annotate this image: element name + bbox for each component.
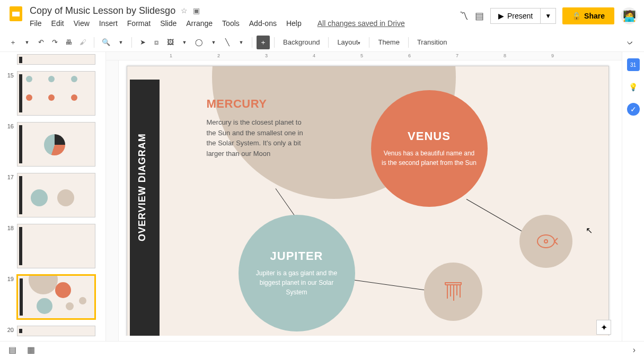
slide-thumb-15[interactable]: [17, 71, 95, 116]
thumb-number: 19: [4, 275, 14, 319]
menu-insert[interactable]: Insert: [99, 19, 118, 28]
slide-thumb-17[interactable]: [17, 173, 95, 217]
activity-icon[interactable]: 〽: [459, 11, 469, 22]
mercury-text[interactable]: MERCURY Mercury is the closest planet to…: [207, 97, 313, 159]
canvas-area[interactable]: 1 2 3 4 5 6 7 8 9 MERCURY Mercury is the…: [106, 52, 622, 341]
side-panel: 31 💡 ✓: [622, 52, 644, 341]
background-button[interactable]: Background: [279, 36, 324, 48]
thumb-number: 17: [4, 173, 14, 217]
svg-point-3: [544, 240, 548, 243]
slide-thumb-18[interactable]: [17, 224, 95, 268]
menu-addons[interactable]: Add-ons: [249, 19, 277, 28]
menu-tools[interactable]: Tools: [222, 19, 240, 28]
svg-rect-1: [12, 12, 20, 16]
menu-view[interactable]: View: [74, 19, 90, 28]
filmstrip-view-icon[interactable]: ▤: [6, 343, 19, 357]
menu-arrange[interactable]: Arrange: [186, 19, 213, 28]
share-label: Share: [584, 12, 605, 20]
thumb-number: 18: [4, 224, 14, 268]
comment-tool[interactable]: ＋: [257, 36, 270, 49]
calendar-icon[interactable]: 31: [627, 58, 640, 71]
jupiter-circle[interactable]: JUPITER Jupiter is a gas giant and the b…: [239, 215, 355, 331]
zoom-button[interactable]: 🔍: [99, 36, 113, 48]
shape-tool[interactable]: ◯: [192, 36, 206, 48]
new-slide-dropdown[interactable]: ▼: [21, 38, 33, 47]
collapse-toolbar-icon[interactable]: ᨆ: [623, 36, 638, 49]
menubar: File Edit View Insert Format Slide Arran…: [30, 19, 459, 28]
lock-icon: 🔒: [572, 12, 581, 20]
venus-title: VENUS: [408, 129, 451, 143]
tasks-icon[interactable]: ✓: [627, 103, 640, 116]
slide-thumb-20[interactable]: [17, 326, 95, 336]
thumb-number: 20: [4, 326, 14, 336]
footer: ▤ ▦ ›: [0, 341, 644, 358]
doc-title[interactable]: Copy of Music Lesson by Slidesgo: [30, 5, 175, 16]
toolbar: ＋ ▼ ↶ ↷ 🖶 🖌 🔍 ▼ ➤ ⧈ 🖼 ▼ ◯ ▼ ╲ ▼ ＋ Backgr…: [0, 33, 644, 52]
line-tool[interactable]: ╲: [221, 36, 234, 48]
drum-circle[interactable]: [519, 215, 572, 268]
folder-icon[interactable]: ▣: [193, 6, 200, 15]
menu-format[interactable]: Format: [127, 19, 151, 28]
present-dropdown[interactable]: ▼: [541, 8, 556, 24]
theme-button[interactable]: Theme: [374, 36, 403, 48]
filmstrip[interactable]: 15 16 17 18 19 20: [0, 52, 106, 341]
transition-button[interactable]: Transition: [413, 36, 452, 48]
avatar[interactable]: 🧑‍💻: [621, 7, 638, 24]
image-dropdown[interactable]: ▼: [178, 38, 191, 47]
explore-button[interactable]: ✦: [596, 320, 611, 335]
chimes-circle[interactable]: [424, 263, 482, 321]
paint-format-button[interactable]: 🖌: [76, 36, 90, 48]
mercury-desc: Mercury is the closest planet to the Sun…: [207, 117, 313, 159]
present-label: Present: [507, 12, 533, 20]
redo-button[interactable]: ↷: [48, 36, 61, 48]
play-icon: ▶: [498, 12, 504, 20]
image-tool[interactable]: 🖼: [164, 36, 177, 48]
present-button[interactable]: ▶ Present: [490, 8, 541, 24]
slide-thumb-19[interactable]: [17, 275, 95, 319]
layout-button[interactable]: Layout▾: [333, 36, 365, 48]
line-dropdown[interactable]: ▼: [235, 38, 248, 47]
slide-thumb-16[interactable]: [17, 122, 95, 167]
ruler-vertical: [106, 60, 119, 341]
slides-logo[interactable]: [6, 4, 25, 23]
jupiter-desc: Jupiter is a gas giant and the biggest p…: [249, 268, 345, 297]
save-status[interactable]: All changes saved in Drive: [317, 19, 405, 28]
new-slide-button[interactable]: ＋: [6, 36, 20, 49]
grid-view-icon[interactable]: ▦: [25, 343, 37, 357]
venus-circle[interactable]: VENUS Venus has a beautiful name and is …: [371, 90, 488, 207]
thumb-number: 15: [4, 71, 14, 116]
sidebar-title: OVERVIEW DIAGRAM: [137, 133, 148, 241]
shape-dropdown[interactable]: ▼: [207, 38, 220, 47]
menu-slide[interactable]: Slide: [160, 19, 177, 28]
textbox-tool[interactable]: ⧈: [150, 36, 163, 49]
slide-thumb-prev[interactable]: [17, 54, 95, 65]
undo-button[interactable]: ↶: [34, 36, 47, 48]
zoom-dropdown[interactable]: ▼: [114, 38, 127, 47]
ruler-horizontal: 1 2 3 4 5 6 7 8 9: [106, 52, 622, 60]
star-icon[interactable]: ☆: [181, 6, 188, 15]
select-tool[interactable]: ➤: [136, 36, 149, 48]
menu-edit[interactable]: Edit: [51, 19, 64, 28]
share-button[interactable]: 🔒 Share: [562, 7, 614, 24]
mercury-title: MERCURY: [207, 97, 313, 111]
slide-canvas[interactable]: MERCURY Mercury is the closest planet to…: [127, 66, 609, 336]
cursor-icon: ↖: [586, 225, 593, 235]
venus-desc: Venus has a beautiful name and is the se…: [382, 149, 477, 168]
print-button[interactable]: 🖶: [62, 36, 75, 48]
chevron-right-icon[interactable]: ›: [631, 343, 638, 357]
menu-help[interactable]: Help: [286, 19, 302, 28]
keep-icon[interactable]: 💡: [627, 81, 640, 93]
comments-icon[interactable]: ▤: [475, 10, 484, 22]
svg-point-2: [537, 235, 554, 248]
menu-file[interactable]: File: [30, 19, 42, 28]
jupiter-title: JUPITER: [270, 249, 323, 263]
thumb-number: 16: [4, 122, 14, 167]
